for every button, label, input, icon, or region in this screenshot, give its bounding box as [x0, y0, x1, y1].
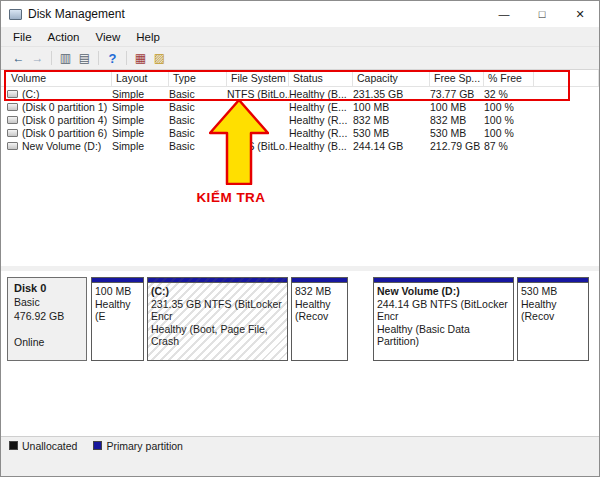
drive-icon [7, 142, 18, 150]
drive-icon [7, 129, 18, 137]
volume-layout: Simple [112, 88, 169, 100]
volume-pct-free: 100 % [484, 127, 534, 139]
partition-recovery-2[interactable]: 530 MB Healthy (Recov [517, 277, 589, 361]
disk-name: Disk 0 [14, 282, 80, 294]
volume-name: New Volume (D:) [22, 140, 101, 152]
toolbar-separator [126, 51, 127, 65]
volume-free-space: 73.77 GB [430, 88, 484, 100]
volume-free-space: 212.79 GB [430, 140, 484, 152]
toolbar-separator [98, 51, 99, 65]
column-header-status[interactable]: Status [289, 70, 353, 86]
partition-size: 530 MB [521, 285, 585, 298]
list-header: Volume Layout Type File System Status Ca… [1, 70, 599, 87]
volume-pct-free: 87 % [484, 140, 534, 152]
disk-type: Basic [14, 296, 80, 308]
volume-type: Basic [169, 127, 227, 139]
partition-name: New Volume (D:) [377, 285, 510, 298]
volume-layout: Simple [112, 127, 169, 139]
legend-unallocated: Unallocated [9, 440, 77, 452]
volume-cell: (Disk 0 partition 6) [7, 127, 112, 139]
disk-0-info[interactable]: Disk 0 Basic 476.92 GB Online [7, 277, 87, 361]
volume-row-d[interactable]: New Volume (D:) Simple Basic NTFS (BitLo… [1, 139, 599, 152]
volume-pct-free: 100 % [484, 114, 534, 126]
column-header-type[interactable]: Type [169, 70, 227, 86]
volume-layout: Simple [112, 114, 169, 126]
window-title: Disk Management [28, 7, 485, 21]
view-action-icon[interactable]: ▨ [150, 49, 169, 67]
volume-name: (Disk 0 partition 6) [22, 127, 107, 139]
volume-type: Basic [169, 140, 227, 152]
window-bottom-strip [1, 454, 599, 476]
properties-icon[interactable]: ▤ [75, 49, 94, 67]
partition-status: Healthy (Boot, Page File, Crash [151, 323, 284, 348]
volume-cell: (C:) [7, 88, 112, 100]
graphical-view-pane: Disk 0 Basic 476.92 GB Online 100 MB Hea… [1, 271, 599, 436]
volume-free-space: 832 MB [430, 114, 484, 126]
maximize-button[interactable]: □ [523, 1, 561, 27]
help-icon[interactable]: ? [103, 49, 122, 67]
column-header-free-space[interactable]: Free Sp... [430, 70, 484, 86]
volume-capacity: 100 MB [353, 101, 430, 113]
partition-status: Healthy (Basic Data Partition) [377, 323, 510, 348]
console-tree-icon[interactable]: ▥ [56, 49, 75, 67]
partition-size: 832 MB [295, 285, 344, 298]
minimize-button[interactable]: — [485, 1, 523, 27]
partition-name: (C:) [151, 285, 284, 298]
volume-type: Basic [169, 88, 227, 100]
volume-layout: Simple [112, 101, 169, 113]
column-header-volume[interactable]: Volume [7, 70, 112, 86]
column-header-capacity[interactable]: Capacity [353, 70, 430, 86]
drive-icon [7, 116, 18, 124]
volume-cell: New Volume (D:) [7, 140, 112, 152]
back-icon[interactable]: ← [9, 49, 28, 67]
forward-icon[interactable]: → [28, 49, 47, 67]
menu-bar: File Action View Help [1, 27, 599, 47]
partition-detail: 244.14 GB NTFS (BitLocker Encr [377, 298, 510, 323]
volume-row-partition-1[interactable]: (Disk 0 partition 1) Simple Basic Health… [1, 100, 599, 113]
volume-status: Healthy (E... [289, 101, 353, 113]
partition-recovery-1[interactable]: 832 MB Healthy (Recov [291, 277, 348, 361]
drive-icon [7, 90, 18, 98]
legend-primary-partition: Primary partition [93, 440, 182, 452]
close-button[interactable]: ✕ [561, 1, 599, 27]
legend-label: Primary partition [106, 440, 182, 452]
column-header-file-system[interactable]: File System [227, 70, 289, 86]
volume-name: (Disk 0 partition 1) [22, 101, 107, 113]
volume-cell: (Disk 0 partition 1) [7, 101, 112, 113]
title-bar: Disk Management — □ ✕ [1, 1, 599, 27]
menu-view[interactable]: View [88, 29, 129, 45]
volume-type: Basic [169, 101, 227, 113]
volume-pct-free: 100 % [484, 101, 534, 113]
menu-action[interactable]: Action [40, 29, 88, 45]
volume-list-pane: Volume Layout Type File System Status Ca… [1, 70, 599, 266]
disk-action-icon[interactable]: ▦ [131, 49, 150, 67]
partition-status: Healthy (Recov [295, 298, 344, 323]
volume-capacity: 832 MB [353, 114, 430, 126]
volume-capacity: 231.35 GB [353, 88, 430, 100]
disk-status: Online [14, 336, 80, 348]
menu-help[interactable]: Help [128, 29, 168, 45]
volume-status: Healthy (R... [289, 114, 353, 126]
volume-capacity: 244.14 GB [353, 140, 430, 152]
menu-file[interactable]: File [5, 29, 40, 45]
legend-label: Unallocated [22, 440, 77, 452]
column-header-layout[interactable]: Layout [112, 70, 169, 86]
disk-0-row: Disk 0 Basic 476.92 GB Online 100 MB Hea… [7, 277, 593, 361]
disk-size: 476.92 GB [14, 310, 80, 322]
volume-pct-free: 32 % [484, 88, 534, 100]
partition-d[interactable]: New Volume (D:) 244.14 GB NTFS (BitLocke… [373, 277, 514, 361]
column-header-pct-free[interactable]: % Free [484, 70, 534, 86]
volume-row-partition-6[interactable]: (Disk 0 partition 6) Simple Basic Health… [1, 126, 599, 139]
partition-detail: 231.35 GB NTFS (BitLocker Encr [151, 298, 284, 323]
window-controls: — □ ✕ [485, 1, 599, 27]
toolbar-separator [51, 51, 52, 65]
partition-c[interactable]: (C:) 231.35 GB NTFS (BitLocker Encr Heal… [147, 277, 288, 361]
partition-efi[interactable]: 100 MB Healthy (E [91, 277, 144, 361]
unallocated-swatch-icon [9, 441, 18, 450]
volume-status: Healthy (R... [289, 127, 353, 139]
app-icon [9, 9, 22, 20]
volume-name: (C:) [22, 88, 40, 100]
volume-row-partition-4[interactable]: (Disk 0 partition 4) Simple Basic Health… [1, 113, 599, 126]
toolbar: ← → ▥ ▤ ? ▦ ▨ [1, 47, 599, 70]
volume-row-c[interactable]: (C:) Simple Basic NTFS (BitLo... Healthy… [1, 87, 599, 100]
